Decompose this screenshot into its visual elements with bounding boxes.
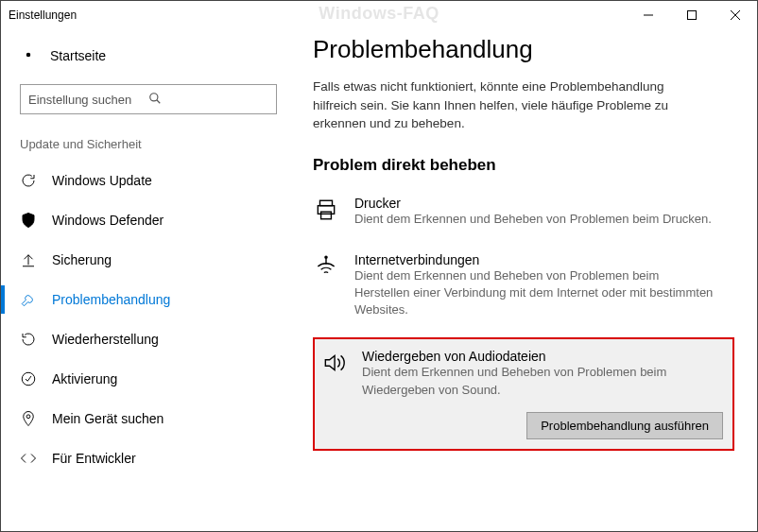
svg-point-5 [150, 93, 158, 100]
svg-rect-1 [688, 11, 697, 20]
speaker-icon [320, 349, 347, 438]
wifi-icon [313, 252, 339, 319]
printer-icon [313, 196, 339, 228]
location-icon [20, 410, 37, 427]
nav-list: Windows Update Windows Defender Sicherun… [1, 161, 284, 478]
troubleshooter-title: Wiedergeben von Audiodateien [362, 349, 723, 364]
sidebar-item-wiederherstellung[interactable]: Wiederherstellung [1, 319, 284, 359]
home-link[interactable]: Startseite [20, 37, 284, 75]
sidebar: Startseite Einstellung suchen Update und… [1, 29, 284, 531]
page-intro: Falls etwas nicht funktioniert, könnte e… [313, 77, 710, 133]
close-button[interactable] [714, 1, 757, 29]
troubleshooter-desc: Dient dem Erkennen und Beheben von Probl… [362, 364, 721, 398]
troubleshooter-audio[interactable]: Wiedergeben von Audiodateien Dient dem E… [313, 337, 734, 450]
svg-point-13 [325, 256, 327, 258]
section-heading: Problem direkt beheben [313, 156, 734, 175]
svg-rect-11 [321, 212, 332, 219]
troubleshooter-title: Internetverbindungen [354, 252, 729, 267]
run-troubleshooter-button[interactable]: Problembehandlung ausführen [526, 412, 723, 439]
troubleshooter-internet[interactable]: Internetverbindungen Dient dem Erkennen … [313, 247, 734, 325]
gear-icon [20, 46, 37, 66]
nav-label: Windows Defender [52, 213, 164, 228]
shield-icon [20, 212, 37, 229]
nav-label: Sicherung [52, 252, 112, 267]
nav-label: Aktivierung [52, 371, 117, 386]
svg-rect-9 [320, 200, 333, 205]
nav-label: Für Entwickler [52, 451, 136, 466]
main-content: Problembehandlung Falls etwas nicht funk… [284, 29, 757, 531]
search-icon [148, 92, 268, 108]
troubleshooter-body: Wiedergeben von Audiodateien Dient dem E… [362, 349, 723, 438]
home-label: Startseite [50, 48, 106, 63]
svg-point-8 [26, 415, 30, 419]
titlebar: Einstellungen Windows-FAQ [1, 1, 757, 29]
sidebar-item-windows-defender[interactable]: Windows Defender [1, 200, 284, 240]
backup-icon [20, 251, 37, 268]
sidebar-item-mein-geraet-suchen[interactable]: Mein Gerät suchen [1, 399, 284, 438]
recovery-icon [20, 331, 37, 348]
developer-icon [20, 450, 37, 467]
svg-point-4 [26, 52, 31, 57]
content: Startseite Einstellung suchen Update und… [1, 29, 757, 531]
nav-label: Windows Update [52, 173, 152, 188]
troubleshooter-body: Drucker Dient dem Erkennen und Beheben v… [354, 196, 729, 228]
window-title: Einstellungen [9, 9, 627, 22]
troubleshooter-drucker[interactable]: Drucker Dient dem Erkennen und Beheben v… [313, 190, 734, 233]
svg-line-6 [157, 99, 161, 103]
window-controls [627, 1, 757, 29]
sync-icon [20, 172, 37, 189]
nav-label: Wiederherstellung [52, 332, 159, 347]
nav-label: Problembehandlung [52, 292, 170, 307]
troubleshooter-desc: Dient dem Erkennen und Beheben von Probl… [354, 267, 714, 319]
troubleshooter-title: Drucker [354, 196, 729, 211]
section-label: Update und Sicherheit [20, 137, 284, 151]
page-title: Problembehandlung [313, 35, 734, 64]
svg-point-7 [22, 372, 35, 386]
sidebar-item-aktivierung[interactable]: Aktivierung [1, 359, 284, 399]
minimize-button[interactable] [627, 1, 670, 29]
troubleshooter-body: Internetverbindungen Dient dem Erkennen … [354, 252, 729, 319]
search-input[interactable]: Einstellung suchen [20, 84, 277, 114]
sidebar-item-sicherung[interactable]: Sicherung [1, 240, 284, 280]
activation-icon [20, 370, 37, 387]
troubleshooter-list: Drucker Dient dem Erkennen und Beheben v… [313, 190, 734, 451]
troubleshooter-desc: Dient dem Erkennen und Beheben von Probl… [354, 211, 714, 228]
maximize-button[interactable] [670, 1, 714, 29]
sidebar-item-windows-update[interactable]: Windows Update [1, 161, 284, 200]
sidebar-item-problembehandlung[interactable]: Problembehandlung [1, 280, 284, 319]
search-placeholder: Einstellung suchen [28, 93, 148, 107]
sidebar-item-fuer-entwickler[interactable]: Für Entwickler [1, 438, 284, 478]
wrench-icon [20, 291, 37, 308]
nav-label: Mein Gerät suchen [52, 411, 164, 426]
